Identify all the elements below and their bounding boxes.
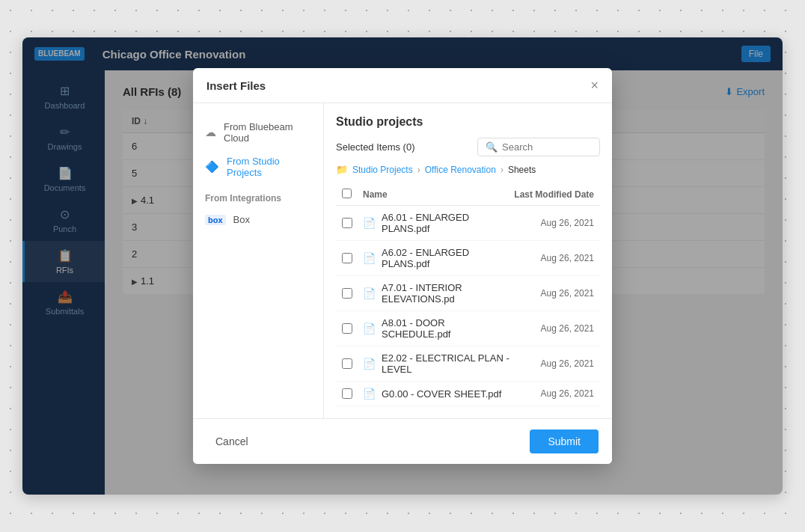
file-check-6 (342, 388, 363, 399)
pdf-icon: 📄 (363, 217, 376, 229)
integrations-label: From Integrations (193, 184, 323, 208)
list-item[interactable]: 📄 A6.01 - ENLARGED PLANS.pdf Aug 26, 202… (336, 206, 600, 241)
file-check-1 (342, 218, 363, 228)
modal-close-button[interactable]: × (590, 79, 599, 92)
modal-overlay[interactable]: Insert Files × ☁ From Bluebeam Cloud 🔷 F… (22, 37, 783, 495)
file-checkbox-5[interactable] (342, 358, 352, 369)
list-item[interactable]: 📄 A8.01 - DOOR SCHEDULE.pdf Aug 26, 2021 (336, 311, 600, 346)
search-icon: 🔍 (486, 141, 498, 153)
file-checkbox-4[interactable] (342, 323, 352, 334)
file-list-header: Name Last Modified Date (336, 184, 600, 206)
breadcrumb-sep-2: › (501, 165, 503, 175)
file-check-3 (342, 288, 363, 299)
left-panel: ☁ From Bluebeam Cloud 🔷 From Studio Proj… (193, 103, 324, 418)
breadcrumb-sheets: Sheets (508, 165, 536, 175)
breadcrumb: 📁 Studio Projects › Office Renovation › … (336, 164, 600, 175)
col-name-header: Name (363, 189, 512, 200)
app-container: BLUEBEAM Chicago Office Renovation File … (22, 37, 783, 495)
pdf-icon: 📄 (363, 358, 376, 370)
box-label: Box (233, 214, 250, 225)
folder-icon: 📁 (336, 164, 348, 175)
col-check-header (342, 189, 363, 201)
file-check-2 (342, 253, 363, 263)
file-checkbox-2[interactable] (342, 253, 352, 263)
left-panel-item-studio-projects[interactable]: 🔷 From Studio Projects (193, 150, 323, 184)
file-name-3: A7.01 - INTERIOR ELEVATIONS.pd (382, 282, 512, 305)
box-logo: box (205, 215, 226, 225)
modal-body: ☁ From Bluebeam Cloud 🔷 From Studio Proj… (193, 103, 612, 418)
file-checkbox-3[interactable] (342, 288, 352, 299)
list-item[interactable]: 📄 A7.01 - INTERIOR ELEVATIONS.pd Aug 26,… (336, 276, 600, 311)
pdf-icon: 📄 (363, 287, 376, 299)
insert-files-modal: Insert Files × ☁ From Bluebeam Cloud 🔷 F… (193, 68, 612, 464)
breadcrumb-sep-1: › (417, 165, 420, 175)
modal-footer: Cancel Submit (193, 418, 612, 464)
list-item[interactable]: 📄 E2.02 - ELECTRICAL PLAN - LEVEL Aug 26… (336, 346, 600, 382)
file-checkbox-1[interactable] (342, 218, 352, 228)
file-name-2: A6.02 - ENLARGED PLANS.pdf (382, 247, 512, 269)
bluebeam-cloud-label: From Bluebeam Cloud (224, 121, 311, 144)
selected-items-bar: Selected Items (0) 🔍 (336, 138, 600, 156)
file-name-1: A6.01 - ENLARGED PLANS.pdf (382, 212, 512, 234)
list-item[interactable]: 📄 A6.02 - ENLARGED PLANS.pdf Aug 26, 202… (336, 241, 600, 276)
search-input[interactable] (502, 141, 592, 153)
submit-button[interactable]: Submit (530, 429, 599, 453)
file-name-6: G0.00 - COVER SHEET.pdf (382, 388, 512, 400)
studio-projects-label: From Studio Projects (227, 156, 311, 178)
modal-title: Insert Files (206, 79, 266, 92)
selected-count: Selected Items (0) (336, 141, 415, 153)
left-panel-item-bluebeam-cloud[interactable]: ☁ From Bluebeam Cloud (193, 115, 323, 150)
pdf-icon: 📄 (363, 252, 376, 264)
left-panel-item-box[interactable]: box Box (193, 208, 323, 231)
file-date-3: Aug 26, 2021 (512, 288, 594, 299)
studio-icon: 🔷 (205, 160, 219, 174)
cancel-button[interactable]: Cancel (206, 431, 257, 452)
breadcrumb-studio-projects[interactable]: Studio Projects (352, 165, 413, 175)
file-check-4 (342, 323, 363, 334)
col-date-header: Last Modified Date (512, 189, 594, 200)
file-date-4: Aug 26, 2021 (512, 323, 594, 334)
modal-header: Insert Files × (193, 68, 612, 103)
right-panel: Studio projects Selected Items (0) 🔍 📁 S… (324, 103, 612, 418)
file-check-5 (342, 358, 363, 369)
file-date-5: Aug 26, 2021 (512, 358, 594, 369)
list-item[interactable]: 📄 G0.00 - COVER SHEET.pdf Aug 26, 2021 (336, 382, 600, 406)
pdf-icon: 📄 (363, 388, 376, 400)
file-checkbox-6[interactable] (342, 388, 352, 399)
file-date-2: Aug 26, 2021 (512, 253, 594, 263)
cloud-icon: ☁ (205, 126, 216, 139)
file-date-1: Aug 26, 2021 (512, 218, 594, 228)
file-name-5: E2.02 - ELECTRICAL PLAN - LEVEL (382, 352, 512, 375)
search-box[interactable]: 🔍 (477, 138, 600, 156)
pdf-icon: 📄 (363, 322, 376, 334)
select-all-checkbox[interactable] (342, 189, 352, 198)
file-list: 📄 A6.01 - ENLARGED PLANS.pdf Aug 26, 202… (336, 206, 600, 406)
file-date-6: Aug 26, 2021 (512, 388, 594, 399)
file-name-4: A8.01 - DOOR SCHEDULE.pdf (382, 317, 512, 340)
breadcrumb-office-renovation[interactable]: Office Renovation (425, 165, 496, 175)
studio-panel-title: Studio projects (336, 115, 600, 129)
